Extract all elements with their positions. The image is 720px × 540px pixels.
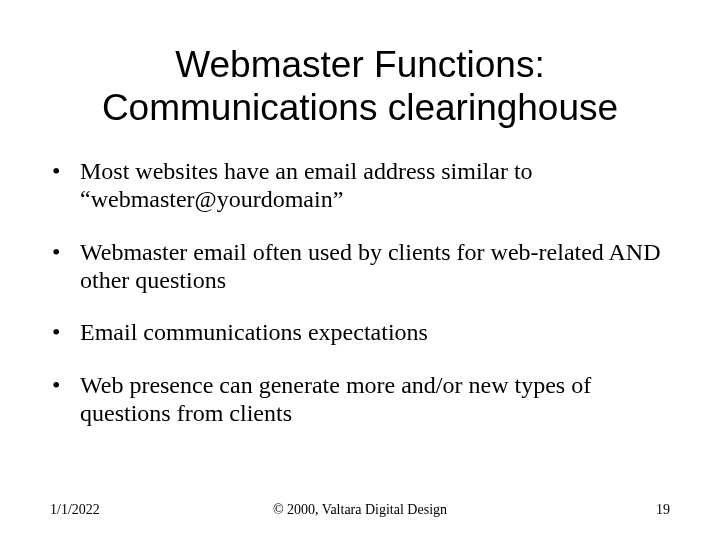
bullet-text: Most websites have an email address simi… [80,157,670,214]
footer-copyright: © 2000, Valtara Digital Design [0,502,720,518]
slide-footer: 1/1/2022 © 2000, Valtara Digital Design … [0,502,720,518]
bullet-icon: • [50,318,80,346]
bullet-icon: • [50,238,80,295]
bullet-text: Webmaster email often used by clients fo… [80,238,670,295]
slide: Webmaster Functions: Communications clea… [0,0,720,540]
bullet-text: Web presence can generate more and/or ne… [80,371,670,428]
list-item: • Web presence can generate more and/or … [50,371,670,428]
list-item: • Most websites have an email address si… [50,157,670,214]
bullet-icon: • [50,371,80,428]
list-item: • Email communications expectations [50,318,670,346]
slide-title: Webmaster Functions: Communications clea… [0,0,720,129]
bullet-icon: • [50,157,80,214]
list-item: • Webmaster email often used by clients … [50,238,670,295]
title-line-1: Webmaster Functions: [175,44,544,85]
title-line-2: Communications clearinghouse [102,87,618,128]
bullet-text: Email communications expectations [80,318,670,346]
slide-body: • Most websites have an email address si… [0,129,720,427]
